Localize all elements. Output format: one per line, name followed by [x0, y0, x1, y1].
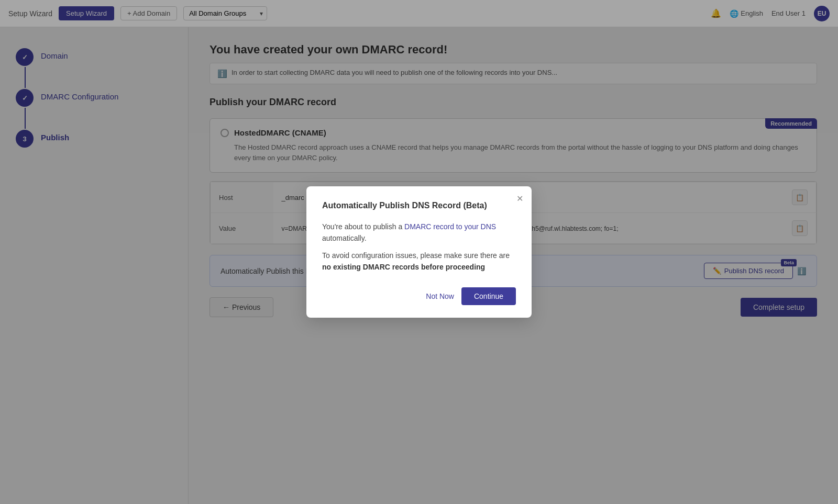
modal-p1-link: DMARC record to your DNS — [404, 222, 496, 231]
modal-body: You're about to publish a DMARC record t… — [322, 221, 516, 273]
modal-footer: Not Now Continue — [322, 287, 516, 305]
modal-paragraph-1: You're about to publish a DMARC record t… — [322, 221, 516, 244]
modal-title: Automatically Publish DNS Record (Beta) — [322, 201, 516, 210]
modal-p1-suffix: automatically. — [322, 234, 367, 242]
modal-p2-prefix: To avoid configuration issues, please ma… — [322, 251, 510, 260]
modal-overlay: Automatically Publish DNS Record (Beta) … — [0, 0, 838, 504]
modal-p2-bold: no existing DMARC records before proceed… — [322, 263, 485, 271]
modal-dialog: Automatically Publish DNS Record (Beta) … — [306, 186, 532, 318]
not-now-button[interactable]: Not Now — [426, 292, 454, 300]
modal-paragraph-2: To avoid configuration issues, please ma… — [322, 250, 516, 273]
modal-close-button[interactable]: ✕ — [516, 195, 523, 203]
modal-p1-prefix: You're about to publish a — [322, 222, 404, 231]
continue-button[interactable]: Continue — [461, 287, 516, 305]
